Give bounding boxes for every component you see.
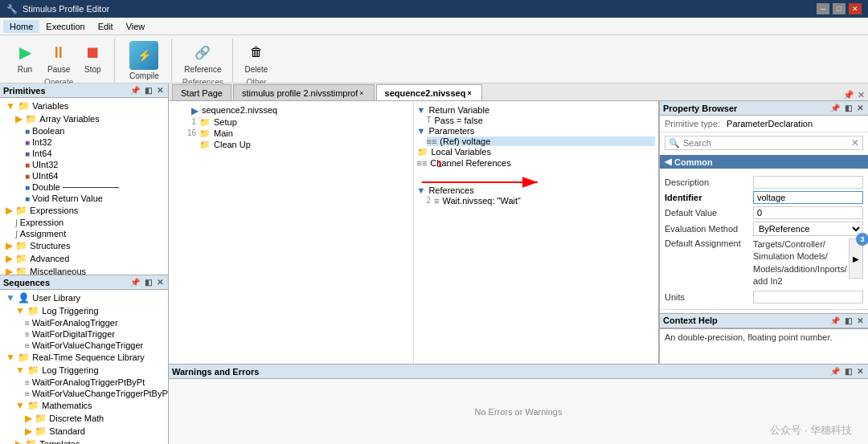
- minimize-button[interactable]: ─: [817, 3, 829, 14]
- menu-edit[interactable]: Edit: [92, 20, 120, 33]
- properties-section: Description Identifier: [660, 170, 868, 310]
- tree-item-wait-digital[interactable]: ≡ WaitForDigitalTrigger: [0, 328, 168, 340]
- operate-buttons: ▶ Run ⏸ Pause ⏹ Stop: [10, 39, 108, 76]
- sequences-float[interactable]: ◧: [143, 278, 154, 287]
- tree-item-mathematics[interactable]: ▼ 📁 Mathematics: [0, 399, 168, 412]
- tab-sequence2-close[interactable]: ×: [465, 89, 473, 97]
- seq-right-line-4[interactable]: ≡≡ (Ref) voltage: [427, 136, 656, 146]
- seq-right-line-8: 2 ≡ Wait.nivsseq: "Wait": [427, 196, 656, 206]
- tree-item-wait-value[interactable]: ≡ WaitForValueChangeTrigger: [0, 340, 168, 351]
- warnings-pin[interactable]: 📌: [829, 367, 841, 376]
- tab-stim-profile-close[interactable]: ×: [358, 89, 365, 97]
- tree-item-array-variables[interactable]: ▶ 📁 Array Variables: [0, 112, 168, 125]
- eval-method-select[interactable]: ByReference ByValue: [753, 222, 863, 236]
- primitives-close[interactable]: ✕: [155, 86, 165, 95]
- sequences-pin[interactable]: 📌: [129, 278, 141, 287]
- seq-line-4[interactable]: 📁 Clean Up: [180, 140, 410, 150]
- compile-button[interactable]: Compile: [123, 39, 165, 83]
- prop-browser-pin[interactable]: 📌: [829, 104, 841, 112]
- tree-item-log-triggering-rt[interactable]: ▼ 📁 Log Triggering: [0, 364, 168, 377]
- tab-close-all[interactable]: ✕: [858, 90, 865, 100]
- prop-browser-close[interactable]: ✕: [855, 104, 865, 112]
- units-input[interactable]: [753, 291, 863, 303]
- primitives-panel-header: Primitives 📌 ◧ ✕: [0, 84, 168, 98]
- tree-item-boolean[interactable]: ■ Boolean: [0, 125, 168, 136]
- tree-item-standard[interactable]: ▶ 📁 Standard: [0, 425, 168, 438]
- stop-button[interactable]: ⏹ Stop: [77, 39, 108, 76]
- tree-item-rt-library[interactable]: ▼ 📁 Real-Time Sequence Library: [0, 351, 168, 364]
- primitives-title: Primitives: [3, 86, 46, 96]
- seq-right: ▼ Return Variable T Pass = false ▼ Param…: [414, 101, 659, 364]
- property-browser-title: Property Browser: [663, 104, 737, 113]
- restore-button[interactable]: □: [833, 3, 845, 14]
- default-value-input[interactable]: [753, 206, 863, 219]
- run-icon: ▶: [14, 41, 36, 63]
- context-help-float[interactable]: ◧: [843, 316, 854, 325]
- tree-item-uint64[interactable]: ■ UInt64: [0, 170, 168, 181]
- context-help-section: Context Help 📌 ◧ ✕ An double-precision, …: [660, 313, 868, 345]
- menu-home[interactable]: Home: [3, 20, 39, 33]
- seq-line-2[interactable]: 1 📁 Setup: [180, 117, 410, 128]
- tree-item-int64[interactable]: ■ Int64: [0, 148, 168, 159]
- tree-item-double[interactable]: ■ Double ─────────: [0, 181, 168, 193]
- common-section-header[interactable]: ◀ Common: [660, 155, 868, 169]
- tree-item-wait-value-pt[interactable]: ≡ WaitForValueChangeTriggerPtByPt: [0, 388, 168, 399]
- warnings-float[interactable]: ◧: [843, 367, 854, 376]
- tree-item-assignment[interactable]: ∫ Assignment: [0, 228, 168, 239]
- warnings-close[interactable]: ✕: [855, 367, 865, 376]
- context-help-content: An double-precision, floating point numb…: [665, 332, 833, 342]
- seq-line-3[interactable]: 16 📁 Main: [180, 128, 410, 139]
- tab-stim-profile[interactable]: stimulus profile 2.nivsstimprof ×: [233, 84, 375, 100]
- pause-button[interactable]: ⏸ Pause: [43, 39, 74, 76]
- delete-label: Delete: [245, 65, 268, 74]
- tree-item-advanced[interactable]: ▶ 📁 Advanced: [0, 252, 168, 265]
- tab-start-page[interactable]: Start Page: [172, 84, 231, 100]
- run-button[interactable]: ▶ Run: [10, 39, 40, 76]
- window-title: Stimulus Profile Editor: [23, 4, 109, 14]
- tree-item-int32[interactable]: ■ Int32: [0, 136, 168, 148]
- primitives-float[interactable]: ◧: [143, 86, 154, 95]
- identifier-input[interactable]: [753, 191, 863, 204]
- folder-icon-discrete: ▶ 📁: [25, 413, 47, 424]
- run-label: Run: [18, 65, 32, 74]
- tree-item-uint32[interactable]: ■ UInt32: [0, 159, 168, 170]
- compile-icon: [127, 41, 161, 70]
- description-input[interactable]: [753, 176, 863, 189]
- tree-item-user-library[interactable]: ▼ 👤 User Library: [0, 291, 168, 304]
- title-bar-controls: ─ □ ✕: [817, 3, 862, 14]
- tree-item-variables[interactable]: ▼ 📁 Variables: [0, 100, 168, 112]
- warnings-controls: 📌 ◧ ✕: [829, 367, 865, 376]
- sequences-close[interactable]: ✕: [155, 278, 165, 287]
- prop-row-default-assignment: Default Assignment Targets/Controller/Si…: [665, 238, 863, 288]
- tree-item-wait-analog[interactable]: ≡ WaitForAnalogTrigger: [0, 317, 168, 328]
- search-clear-icon[interactable]: ✕: [851, 137, 859, 149]
- tree-item-miscellaneous[interactable]: ▶ 📁 Miscellaneous: [0, 265, 168, 275]
- app-icon: 🔧: [6, 4, 18, 14]
- seq-right-line-7: ▼ References: [417, 185, 656, 195]
- reference-button[interactable]: 🔗 Reference: [180, 39, 225, 76]
- browse-button[interactable]: ▶ 3: [849, 238, 863, 279]
- tab-pin-icon[interactable]: 📌: [843, 90, 854, 100]
- prop-browser-float[interactable]: ◧: [843, 104, 854, 112]
- tree-item-wait-analog-pt[interactable]: ≡ WaitForAnalogTriggerPtByPt: [0, 377, 168, 388]
- tree-item-templates[interactable]: ▶ 📁 Templates: [0, 438, 168, 444]
- eval-method-label: Evaluation Method: [665, 224, 753, 234]
- search-input[interactable]: [683, 138, 851, 148]
- tree-item-expression[interactable]: ∫ Expression: [0, 217, 168, 228]
- tab-sequence2[interactable]: sequence2.nivsseq ×: [376, 84, 482, 100]
- tree-item-log-triggering[interactable]: ▼ 📁 Log Triggering: [0, 304, 168, 317]
- menu-execution[interactable]: Execution: [39, 20, 91, 33]
- tree-item-void[interactable]: ■ Void Return Value: [0, 193, 168, 204]
- property-browser: Property Browser 📌 ◧ ✕ Primitive type: P…: [659, 101, 868, 364]
- tree-item-discrete-math[interactable]: ▶ 📁 Discrete Math: [0, 412, 168, 425]
- close-button[interactable]: ✕: [849, 3, 862, 14]
- context-help-close[interactable]: ✕: [855, 316, 865, 325]
- primitives-pin[interactable]: 📌: [129, 86, 141, 95]
- primitives-tree: ▼ 📁 Variables ▶ 📁 Array Variables ■ Bool…: [0, 98, 168, 275]
- context-help-pin[interactable]: 📌: [829, 316, 841, 325]
- tab-sequence2-label: sequence2.nivsseq: [385, 88, 466, 98]
- menu-view[interactable]: View: [120, 20, 152, 33]
- delete-button[interactable]: 🗑 Delete: [241, 39, 272, 76]
- tree-item-expressions[interactable]: ▶ 📁 Expressions: [0, 204, 168, 217]
- tree-item-structures[interactable]: ▶ 📁 Structures: [0, 239, 168, 252]
